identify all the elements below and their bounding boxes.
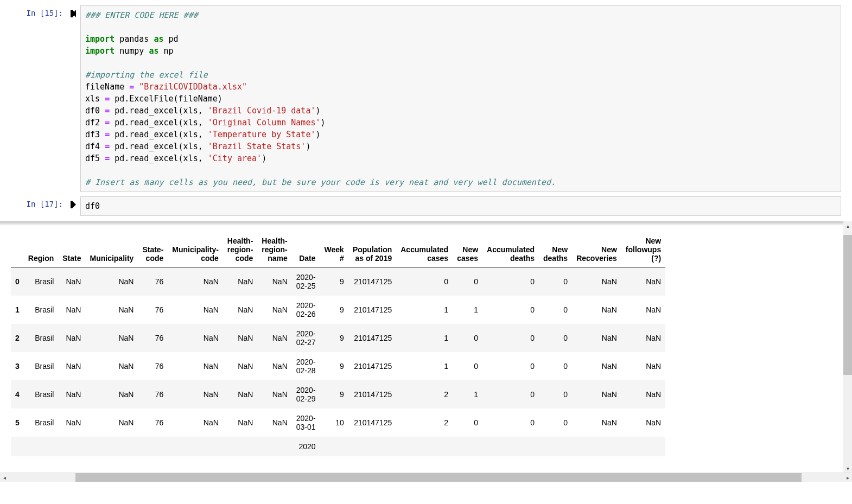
cell-acc-deaths: 0 — [482, 267, 539, 296]
column-header: Municipality-code — [168, 232, 223, 267]
execution-prompt: In [15]: — [27, 9, 65, 17]
column-header: Newcases — [453, 232, 482, 267]
cell-state-code: 76 — [138, 380, 168, 409]
cell-health-region-name: NaN — [257, 352, 291, 380]
svg-marker-3 — [72, 201, 76, 208]
cell-acc-cases: 2 — [396, 409, 453, 437]
column-header: Newdeaths — [539, 232, 572, 267]
run-cell-icon[interactable] — [71, 200, 76, 208]
cell-state: NaN — [58, 380, 85, 409]
prompt-area: In [17]: — [11, 196, 76, 216]
cell-health-region-code: NaN — [223, 380, 257, 409]
cell-acc-cases: 0 — [396, 267, 453, 296]
cell-new-cases: 1 — [453, 380, 482, 409]
cell-new-followups: NaN — [621, 267, 665, 296]
v-scroll-thumb[interactable] — [843, 235, 852, 375]
cell-new-cases: 0 — [453, 409, 482, 437]
cell-state: NaN — [58, 296, 85, 324]
table-row: 2BrasilNaNNaN76NaNNaNNaN2020-02-27921014… — [11, 324, 665, 352]
cell-acc-deaths: 0 — [482, 380, 539, 409]
cell-date: 2020-02-27 — [292, 324, 320, 352]
scroll-up-arrow[interactable]: ▴ — [843, 221, 852, 230]
cell-acc-deaths: 0 — [482, 296, 539, 324]
cell-health-region-name: NaN — [257, 267, 291, 296]
scroll-right-arrow[interactable]: ▸ — [843, 473, 852, 482]
svg-marker-2 — [71, 201, 72, 208]
column-header: Populationas of 2019 — [348, 232, 396, 267]
code-input[interactable]: ### ENTER CODE HERE ### import pandas as… — [80, 5, 841, 192]
cell-date: 2020-02-25 — [292, 267, 320, 296]
cell-municipality: NaN — [85, 267, 138, 296]
column-header: Date — [292, 232, 320, 267]
column-header: Health-region-name — [257, 232, 291, 267]
cell-health-region-code: NaN — [223, 324, 257, 352]
cell-municipality: NaN — [85, 352, 138, 380]
cell-new-cases: 0 — [453, 267, 482, 296]
cell-health-region-name: NaN — [257, 324, 291, 352]
cell-population: 210147125 — [348, 324, 396, 352]
column-header: Municipality — [85, 232, 138, 267]
code-cell-17: In [17]: df0 — [11, 196, 841, 216]
cell-health-region-code: NaN — [223, 352, 257, 380]
cell-new-deaths: 0 — [539, 324, 572, 352]
cell-acc-deaths: 0 — [482, 409, 539, 437]
cell-new-recoveries: NaN — [572, 380, 621, 409]
cell-new-followups: NaN — [621, 352, 665, 380]
row-index: 2 — [11, 324, 24, 352]
cell-acc-cases: 1 — [396, 296, 453, 324]
cell-health-region-code: NaN — [223, 296, 257, 324]
cell-region: Brasil — [24, 267, 58, 296]
run-cell-icon[interactable] — [71, 9, 76, 17]
scroll-left-arrow[interactable]: ◂ — [0, 473, 9, 482]
code-cell-15: In [15]: ### ENTER CODE HERE ### import … — [11, 5, 841, 192]
row-index: 5 — [11, 409, 24, 437]
table-row: 0BrasilNaNNaN76NaNNaNNaN2020-02-25921014… — [11, 267, 665, 296]
row-index: 4 — [11, 380, 24, 409]
cell-region: Brasil — [24, 409, 58, 437]
output-scroll-area[interactable]: RegionStateMunicipalityState-codeMunicip… — [0, 221, 852, 473]
cell-state-code: 76 — [138, 352, 168, 380]
cell-municipality-code: NaN — [168, 380, 223, 409]
cell-population: 210147125 — [348, 296, 396, 324]
cell-municipality: NaN — [85, 296, 138, 324]
page-horizontal-scrollbar[interactable]: ◂ ▸ — [0, 473, 852, 482]
cell-state-code: 76 — [138, 267, 168, 296]
row-index: 1 — [11, 296, 24, 324]
cell-week: 9 — [320, 267, 348, 296]
cell-new-cases: 0 — [453, 352, 482, 380]
cell-population: 210147125 — [348, 380, 396, 409]
dataframe-header-row: RegionStateMunicipalityState-codeMunicip… — [11, 232, 665, 267]
column-header — [11, 232, 24, 267]
cell-health-region-name: NaN — [257, 380, 291, 409]
column-header: NewRecoveries — [572, 232, 621, 267]
cell-new-deaths: 0 — [539, 267, 572, 296]
cell-state: NaN — [58, 352, 85, 380]
column-header: Accumulatedcases — [396, 232, 453, 267]
cell-new-cases: 0 — [453, 324, 482, 352]
cell-new-recoveries: NaN — [572, 324, 621, 352]
dataframe-table: RegionStateMunicipalityState-codeMunicip… — [11, 232, 665, 456]
cell-week: 9 — [320, 380, 348, 409]
scroll-down-arrow[interactable]: ▾ — [843, 464, 852, 473]
cell-region: Brasil — [24, 296, 58, 324]
cell-acc-deaths: 0 — [482, 324, 539, 352]
cell-date: 2020-02-29 — [292, 380, 320, 409]
cell-date: 2020-03-01 — [292, 409, 320, 437]
column-header: Health-region-code — [223, 232, 257, 267]
cell-output: ▴ ▾ RegionStateMunicipalityState-codeMun… — [0, 221, 852, 473]
cell-new-recoveries: NaN — [572, 267, 621, 296]
svg-marker-0 — [71, 10, 72, 17]
cell-week: 9 — [320, 324, 348, 352]
cell-acc-deaths: 0 — [482, 352, 539, 380]
code-input[interactable]: df0 — [80, 196, 841, 216]
prompt-area: In [15]: — [11, 5, 76, 192]
table-row-partial: 2020 — [11, 437, 665, 456]
row-index: 3 — [11, 352, 24, 380]
cell-municipality: NaN — [85, 409, 138, 437]
output-vertical-scrollbar[interactable]: ▴ ▾ — [843, 221, 852, 473]
h-scroll-thumb[interactable] — [75, 473, 802, 482]
cell-region: Brasil — [24, 380, 58, 409]
cell-health-region-code: NaN — [223, 267, 257, 296]
cell-acc-cases: 1 — [396, 352, 453, 380]
cell-new-deaths: 0 — [539, 296, 572, 324]
